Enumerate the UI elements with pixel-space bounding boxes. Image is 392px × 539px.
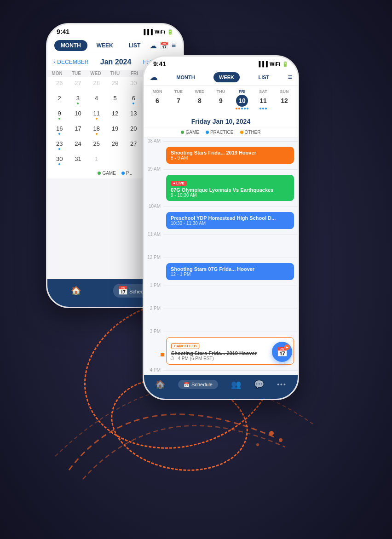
- time-line-4pm: [163, 370, 298, 371]
- day-10[interactable]: 10: [69, 107, 87, 118]
- day-2[interactable]: 2: [50, 92, 69, 103]
- day-18[interactable]: 18: [87, 122, 106, 133]
- tab-month-back[interactable]: MONTH: [54, 40, 87, 51]
- day-28-prev[interactable]: 28: [87, 77, 106, 87]
- tab-list-front[interactable]: LIST: [253, 72, 275, 82]
- time-label-2pm: 2 PM: [144, 305, 163, 311]
- day-20[interactable]: 20: [124, 122, 143, 133]
- current-month-title[interactable]: Jan 2024: [100, 58, 132, 66]
- wdn-8[interactable]: 8: [189, 94, 210, 108]
- event-1-time: 8 - 9 AM: [171, 155, 289, 161]
- filter-icon-back[interactable]: ≡: [172, 41, 176, 50]
- tab-week-back[interactable]: WEEK: [90, 40, 120, 51]
- time-label-10am: 10AM: [144, 203, 163, 209]
- day-26[interactable]: 26: [106, 138, 124, 148]
- day-29-prev[interactable]: 29: [106, 77, 124, 87]
- day-24[interactable]: 24: [69, 138, 87, 148]
- day-19[interactable]: 19: [106, 122, 124, 133]
- team-icon-front: 👥: [231, 379, 241, 390]
- tab-more-front[interactable]: •••: [277, 381, 287, 388]
- day-13[interactable]: 13: [124, 107, 143, 118]
- day-31[interactable]: 31: [69, 153, 87, 163]
- day-2-next[interactable]: [106, 153, 124, 163]
- tab-home-front[interactable]: 🏠: [155, 379, 165, 390]
- day-26-prev[interactable]: 26: [50, 77, 69, 87]
- wdl-wed: WED: [189, 89, 210, 94]
- wdots-mon: [147, 108, 168, 112]
- date-heading: Friday Jan 10, 2024: [144, 114, 298, 127]
- event-card-4[interactable]: Shooting Stars 07G Frida... Hoover 12 - …: [166, 263, 294, 280]
- cloud-icon-back[interactable]: ☁: [150, 41, 157, 50]
- event-card-2[interactable]: ● LIVE 07G Olympique Lyonnais Vs Earthqu…: [166, 175, 294, 201]
- fab-add-button[interactable]: 📅 +: [272, 342, 292, 362]
- legend-other-dot-front: [240, 131, 243, 134]
- day-9[interactable]: 9: [50, 107, 69, 118]
- day-3-next[interactable]: [124, 153, 143, 163]
- day-30-prev[interactable]: 30: [124, 77, 143, 87]
- wdn-11[interactable]: 11: [253, 94, 274, 108]
- time-line-1pm: [163, 286, 298, 286]
- time-indicator-dot: [161, 353, 164, 356]
- wdl-fri: FRI: [231, 89, 253, 94]
- calendar-icon-back[interactable]: 📅: [160, 41, 169, 50]
- time-row-11am: 11 AM: [144, 231, 298, 254]
- tab-schedule-front[interactable]: 📅 Schedule: [178, 380, 218, 389]
- wifi-icon-front: WiFi: [270, 61, 280, 67]
- day-17[interactable]: 17: [69, 122, 87, 133]
- schedule-label-front: Schedule: [191, 382, 213, 387]
- legend-practice-label-front: PRACTICE: [210, 130, 234, 135]
- wdn-9[interactable]: 9: [210, 94, 231, 108]
- time-line-8am: [163, 141, 298, 142]
- calendar-icon-tab: 📅: [118, 286, 128, 295]
- day-4[interactable]: 4: [87, 92, 106, 103]
- day-30[interactable]: 30: [50, 153, 69, 163]
- wdn-7[interactable]: 7: [168, 94, 189, 108]
- event-card-3[interactable]: Preschool YDP Homestead High School D...…: [166, 212, 294, 229]
- day-27[interactable]: 27: [124, 138, 143, 148]
- prev-month-btn[interactable]: ‹ DECEMBER: [54, 59, 88, 65]
- day-16[interactable]: 16: [50, 122, 69, 133]
- tab-week-front[interactable]: WEEK: [213, 72, 240, 82]
- wdn-6[interactable]: 6: [147, 94, 168, 108]
- tab-chat-front[interactable]: 💬: [254, 379, 264, 390]
- front-nav-bar: ☁ MONTH WEEK LIST ≡: [144, 69, 298, 86]
- time-line-10am: [163, 206, 298, 207]
- day-5[interactable]: 5: [106, 92, 124, 103]
- wdl-tue: TUE: [168, 89, 189, 94]
- legend-other-label-front: OTHER: [245, 130, 261, 135]
- tab-month-front[interactable]: MONTH: [171, 72, 200, 82]
- day-25[interactable]: 25: [87, 138, 106, 148]
- event-5-badge: CANCELLED: [171, 343, 199, 349]
- event-5-time: 3 - 4 PM (6 PM EST): [171, 356, 289, 361]
- legend-game: GAME: [98, 171, 115, 176]
- time-label-9am: 09 AM: [144, 166, 163, 172]
- day-27-prev[interactable]: 27: [69, 77, 87, 87]
- day-1-next[interactable]: 1: [87, 153, 106, 163]
- day-23[interactable]: 23: [50, 138, 69, 148]
- wdots-tue: [168, 108, 189, 112]
- tab-team-front[interactable]: 👥: [231, 379, 241, 390]
- event-1-title: Shooting Stars Frida... 2019 Hoover: [171, 150, 289, 155]
- wdn-10[interactable]: 10: [231, 94, 253, 108]
- back-nav-bar: MONTH WEEK LIST ☁ 📅 ≡: [47, 37, 183, 54]
- time-row-1pm: 1 PM: [144, 282, 298, 305]
- tab-list-back[interactable]: LIST: [122, 40, 147, 51]
- wdots-sat: [253, 108, 274, 112]
- event-card-1[interactable]: Shooting Stars Frida... 2019 Hoover 8 - …: [166, 147, 294, 164]
- day-12[interactable]: 12: [106, 107, 124, 118]
- time-line-12pm: [163, 258, 298, 258]
- day-3[interactable]: 3: [69, 92, 87, 103]
- day-6[interactable]: 6: [124, 92, 143, 103]
- wdots-thu: [210, 108, 231, 112]
- wdl-mon: MON: [147, 89, 168, 94]
- tab-home-back[interactable]: 🏠: [71, 286, 81, 296]
- event-2-badge: ● LIVE: [171, 181, 187, 186]
- chat-icon-front: 💬: [254, 379, 264, 390]
- wdn-12[interactable]: 12: [274, 94, 295, 108]
- schedule-area[interactable]: 08 AM Shooting Stars Frida... 2019 Hoove…: [144, 138, 298, 399]
- front-status-time: 9:41: [153, 60, 166, 68]
- day-11[interactable]: 11: [87, 107, 106, 118]
- time-label-12pm: 12 PM: [144, 254, 163, 260]
- filter-icon-front[interactable]: ≡: [288, 73, 292, 81]
- signal-icon-front: ▐▐▐: [257, 61, 267, 67]
